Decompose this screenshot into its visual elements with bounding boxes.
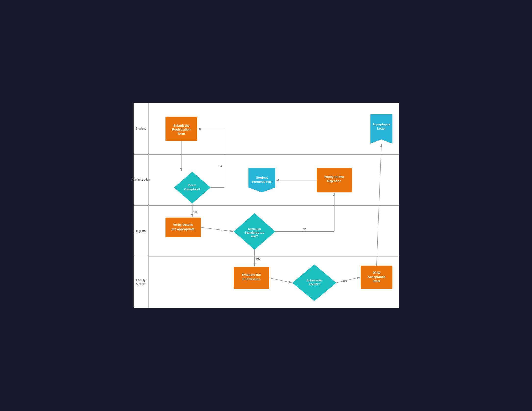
lane-label-faculty: FacultyAdvisor [134, 257, 148, 308]
lane-content-registrar [148, 206, 399, 257]
lane-student: Student [134, 103, 399, 155]
diagram-container: Student Administration Registrar Faculty… [133, 103, 399, 308]
lane-content-faculty [148, 257, 399, 308]
lane-administration: Administration [134, 155, 399, 206]
lane-faculty: FacultyAdvisor [134, 257, 399, 308]
lane-content-administration [148, 155, 399, 206]
lane-content-student [148, 103, 399, 154]
lanes: Student Administration Registrar Faculty… [134, 103, 399, 308]
lane-registrar: Registrar [134, 206, 399, 257]
lane-label-administration: Administration [134, 155, 148, 206]
lane-label-registrar: Registrar [134, 206, 148, 257]
lane-label-student: Student [134, 103, 148, 154]
